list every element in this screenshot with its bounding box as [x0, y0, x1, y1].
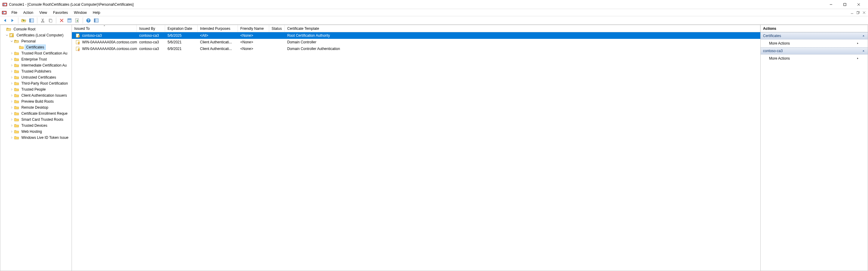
- tree-node[interactable]: Trusted Publishers: [0, 69, 71, 74]
- mdi-restore-button[interactable]: [856, 10, 861, 16]
- minimize-button[interactable]: [824, 0, 838, 9]
- up-one-level-button[interactable]: [20, 17, 27, 24]
- mdi-close-button[interactable]: [861, 10, 867, 16]
- menu-view[interactable]: View: [36, 10, 50, 16]
- menu-file[interactable]: File: [8, 10, 20, 16]
- menu-window[interactable]: Window: [71, 10, 90, 16]
- tree-node-personal[interactable]: Personal: [0, 38, 71, 44]
- help-button[interactable]: [85, 17, 92, 24]
- cell-expiration: 5/6/2021: [165, 40, 197, 44]
- tree-node[interactable]: Third-Party Root Certification: [0, 80, 71, 86]
- cell-friendly: <None>: [238, 40, 269, 44]
- cell-issued-to: contoso-ca3: [82, 33, 102, 38]
- tree-node-console-root[interactable]: Console Root: [0, 26, 71, 32]
- folder-icon: [14, 69, 19, 74]
- menu-favorites[interactable]: Favorites: [50, 10, 71, 16]
- cell-template: Domain Controller Authentication: [285, 47, 760, 51]
- doc-icon: [2, 10, 7, 15]
- cell-intended: Client Authenticati...: [197, 47, 238, 51]
- toolbar: [0, 16, 868, 25]
- tree-node-certs-local[interactable]: Certificates (Local Computer): [0, 32, 71, 38]
- actions-section-selected[interactable]: contoso-ca3: [761, 47, 868, 54]
- folder-icon: [14, 57, 19, 62]
- table-row[interactable]: WIN-0AAAAAAA00A.contoso.comcontoso-ca36/…: [72, 46, 760, 52]
- tree-label: Third-Party Root Certification: [20, 81, 69, 86]
- tree-pane[interactable]: Console Root Certificates (Local Compute…: [0, 25, 72, 271]
- window-title: Console1 - [Console Root\Certificates (L…: [9, 2, 824, 7]
- cell-template: Root Certification Authority: [285, 33, 760, 38]
- list-pane: Issued To Issued By Expiration Date Inte…: [72, 25, 761, 271]
- tree-label: Intermediate Certification Au: [20, 63, 68, 68]
- chevron-right-icon: [10, 100, 13, 103]
- cell-friendly: <None>: [238, 47, 269, 51]
- nav-forward-button[interactable]: [9, 17, 16, 24]
- folder-icon: [14, 117, 19, 122]
- tree-node[interactable]: Enterprise Trust: [0, 56, 71, 62]
- tree-node[interactable]: Trusted Devices: [0, 123, 71, 129]
- folder-icon: [14, 99, 19, 104]
- show-hide-action-pane-button[interactable]: [93, 17, 100, 24]
- list-body[interactable]: contoso-ca3contoso-ca35/6/2025<All><None…: [72, 32, 760, 271]
- tree-node[interactable]: Smart Card Trusted Roots: [0, 116, 71, 123]
- tree-node[interactable]: Preview Build Roots: [0, 99, 71, 105]
- col-header-friendly[interactable]: Friendly Name: [238, 25, 269, 32]
- collapse-icon: [862, 49, 865, 53]
- export-list-button[interactable]: [74, 17, 81, 24]
- col-header-template[interactable]: Certificate Template: [285, 25, 760, 32]
- folder-icon: [14, 93, 19, 98]
- menu-action[interactable]: Action: [20, 10, 36, 16]
- chevron-right-icon: [10, 57, 13, 61]
- menu-help[interactable]: Help: [90, 10, 103, 16]
- nav-back-button[interactable]: [1, 17, 8, 24]
- table-row[interactable]: contoso-ca3contoso-ca35/6/2025<All><None…: [72, 32, 760, 39]
- delete-button[interactable]: [58, 17, 65, 24]
- svg-rect-21: [857, 12, 859, 14]
- tree-node[interactable]: Untrusted Certificates: [0, 74, 71, 80]
- tree-label: Windows Live ID Token Issue: [20, 135, 70, 140]
- svg-rect-19: [844, 3, 846, 6]
- copy-button[interactable]: [47, 17, 54, 24]
- tree-node[interactable]: Trusted Root Certification Au: [0, 50, 71, 56]
- chevron-right-icon: [10, 52, 13, 55]
- col-header-expiration[interactable]: Expiration Date: [165, 25, 197, 32]
- chevron-right-icon: [10, 118, 13, 121]
- tree-label: Personal: [20, 39, 37, 44]
- folder-icon: [14, 75, 19, 80]
- chevron-right-icon: [10, 106, 13, 109]
- actions-more-certificates[interactable]: More Actions: [761, 39, 868, 47]
- cell-issued-by: contoso-ca3: [137, 47, 165, 51]
- col-header-status[interactable]: Status: [269, 25, 285, 32]
- folder-icon: [14, 105, 19, 110]
- col-header-intended[interactable]: Intended Purposes: [197, 25, 238, 32]
- properties-button[interactable]: [66, 17, 73, 24]
- chevron-right-icon: [10, 93, 13, 97]
- cell-issued-by: contoso-ca3: [137, 33, 165, 38]
- tree-node[interactable]: Intermediate Certification Au: [0, 62, 71, 69]
- col-header-issued-by[interactable]: Issued By: [137, 25, 165, 32]
- cell-intended: Client Authenticati...: [197, 40, 238, 44]
- tree-node[interactable]: Web Hosting: [0, 129, 71, 135]
- tree-node[interactable]: Client Authentication Issuers: [0, 92, 71, 99]
- tree-label: Remote Desktop: [20, 105, 49, 110]
- show-hide-tree-button[interactable]: [28, 17, 35, 24]
- tree-node-certificates[interactable]: Certificates: [0, 44, 71, 50]
- chevron-right-icon: [10, 88, 13, 91]
- cut-button[interactable]: [39, 17, 46, 24]
- cert-store-icon: [9, 33, 14, 38]
- chevron-right-icon: [10, 63, 13, 67]
- folder-icon: [14, 39, 19, 44]
- certificate-icon: [75, 46, 80, 51]
- actions-more-selected[interactable]: More Actions: [761, 54, 868, 62]
- tree-node[interactable]: Windows Live ID Token Issue: [0, 135, 71, 141]
- close-button[interactable]: [852, 0, 866, 9]
- actions-section-certificates[interactable]: Certificates: [761, 32, 868, 39]
- tree-node[interactable]: Trusted People: [0, 86, 71, 92]
- folder-icon: [14, 111, 19, 116]
- tree-node[interactable]: Certificate Enrollment Reque: [0, 110, 71, 116]
- mdi-minimize-button[interactable]: [849, 10, 855, 16]
- col-header-issued-to[interactable]: Issued To: [72, 25, 137, 32]
- table-row[interactable]: WIN-0AAAAAAA00A.contoso.comcontoso-ca35/…: [72, 39, 760, 46]
- tree-node[interactable]: Remote Desktop: [0, 105, 71, 110]
- chevron-right-icon: [10, 130, 13, 133]
- maximize-button[interactable]: [838, 0, 852, 9]
